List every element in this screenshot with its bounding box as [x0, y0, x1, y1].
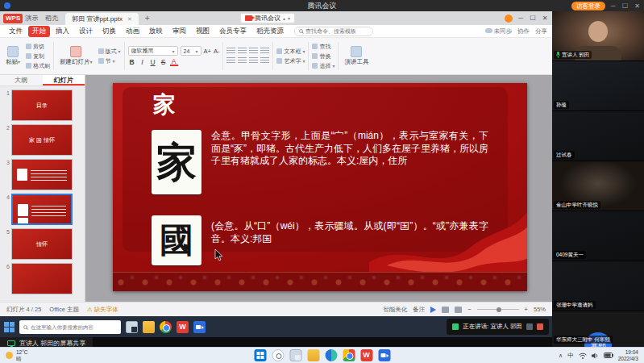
- menu-insert[interactable]: 插入: [52, 26, 73, 37]
- menu-review[interactable]: 审阅: [168, 26, 190, 37]
- copy-button[interactable]: 复制: [26, 52, 50, 60]
- beautify-button[interactable]: 智能美化: [383, 306, 407, 314]
- start-button[interactable]: [254, 349, 266, 361]
- edge-icon[interactable]: [325, 349, 337, 361]
- participant-video-presenter[interactable]: 宜讲人 郭田: [552, 11, 644, 61]
- numbered-list-icon[interactable]: [238, 48, 247, 55]
- start-button[interactable]: [4, 322, 15, 332]
- paste-button[interactable]: 粘贴▾: [3, 46, 23, 66]
- collab-button[interactable]: 协作: [517, 27, 530, 35]
- slide-text-jia[interactable]: 会意。甲骨文字形，上面是“宀”（mián），表示与室家有关，下面是“豕”，即猪。…: [211, 130, 488, 168]
- task-view-icon[interactable]: [126, 321, 138, 333]
- slide-thumbnail[interactable]: 2 家 国 情怀: [2, 124, 83, 156]
- align-left-icon[interactable]: [226, 57, 235, 65]
- presentation-tool-button[interactable]: 演讲工具: [342, 46, 371, 66]
- user-avatar[interactable]: [505, 15, 513, 23]
- wps-close-icon[interactable]: ✕: [541, 15, 549, 22]
- menu-daoke-res[interactable]: 稻壳资源: [252, 26, 288, 37]
- bullet-list-icon[interactable]: [226, 48, 235, 55]
- section-button[interactable]: 节▾: [98, 57, 121, 65]
- file-explorer-icon[interactable]: [143, 321, 155, 333]
- font-size-select[interactable]: 24▾: [181, 46, 202, 56]
- chevron-down-icon[interactable]: ▾: [288, 15, 290, 21]
- presenter-search-box[interactable]: [19, 320, 121, 334]
- new-tab-button[interactable]: +: [142, 14, 153, 23]
- menu-view[interactable]: 视图: [192, 26, 214, 37]
- speaking-indicator-bar[interactable]: 正在讲话: 宜讲人 郭田: [447, 319, 549, 335]
- indent-decrease-icon[interactable]: [249, 48, 258, 55]
- wps-taskbar-icon[interactable]: W: [177, 321, 189, 333]
- menu-slideshow[interactable]: 放映: [145, 26, 167, 37]
- tab-close-icon[interactable]: ✕: [127, 16, 132, 23]
- guest-login-button[interactable]: 访客登录: [571, 2, 605, 10]
- weather-widget[interactable]: 12°C 晴: [6, 349, 28, 361]
- camera-icon[interactable]: [526, 323, 533, 330]
- align-right-icon[interactable]: [249, 57, 258, 65]
- bold-button[interactable]: B: [128, 58, 136, 66]
- minimize-icon[interactable]: ─: [609, 2, 617, 10]
- document-tab[interactable]: 郭田 宣讲ppt.pptx ✕: [65, 13, 139, 25]
- font-warning[interactable]: ⚠ 缺失字体: [87, 306, 118, 314]
- tab-outline[interactable]: 大纲: [0, 75, 43, 86]
- meeting-taskbar-icon[interactable]: [193, 321, 206, 333]
- wps-logo[interactable]: WPS 演示: [3, 14, 38, 23]
- search-icon[interactable]: [272, 349, 284, 361]
- menu-transition[interactable]: 切换: [98, 26, 120, 37]
- sync-status[interactable]: 未同步: [485, 27, 513, 35]
- wps-minimize-icon[interactable]: ─: [517, 15, 525, 22]
- presenter-search-input[interactable]: [31, 324, 117, 330]
- notes-button[interactable]: 备注: [413, 306, 425, 314]
- menu-file[interactable]: 文件: [5, 26, 27, 37]
- meeting-taskbar-icon[interactable]: [378, 349, 390, 361]
- maximize-icon[interactable]: ☐: [621, 2, 629, 10]
- font-name-select[interactable]: 微软雅黑▾: [128, 46, 178, 56]
- chrome-icon[interactable]: [343, 349, 355, 361]
- command-search-input[interactable]: [305, 28, 368, 34]
- participant-video[interactable]: 孙璇: [552, 61, 644, 111]
- slide-thumbnail[interactable]: 5 情怀: [2, 228, 83, 260]
- align-center-icon[interactable]: [238, 57, 247, 65]
- format-painter-button[interactable]: 格式刷: [26, 62, 50, 70]
- slide-thumbnail-selected[interactable]: 4: [2, 194, 83, 225]
- font-color-button[interactable]: A: [170, 58, 178, 66]
- wps-maximize-icon[interactable]: ☐: [529, 15, 537, 22]
- underline-button[interactable]: U: [149, 58, 157, 66]
- indent-increase-icon[interactable]: [260, 48, 269, 55]
- seal-script-card-jia[interactable]: 家: [152, 130, 202, 194]
- seal-script-card-guo[interactable]: 國: [152, 215, 202, 265]
- italic-button[interactable]: I: [139, 58, 147, 66]
- slide-thumbnail[interactable]: 6: [2, 263, 83, 294]
- zoom-level[interactable]: 55%: [534, 306, 546, 313]
- current-slide[interactable]: 家 家 会意。甲骨文字形，上面是“宀”（mián），表示与室家有关，下面是“豕”…: [113, 83, 527, 291]
- line-spacing-icon[interactable]: [260, 57, 269, 65]
- participant-video[interactable]: 过试春: [552, 111, 644, 161]
- zoom-in-icon[interactable]: +: [525, 306, 528, 313]
- select-button[interactable]: 选择▾: [312, 62, 334, 70]
- tray-expand-icon[interactable]: ∧: [559, 353, 563, 359]
- slide-thumbnail[interactable]: 1 目录: [2, 90, 83, 121]
- tab-slides[interactable]: 幻灯片: [43, 75, 85, 86]
- sorter-view-icon[interactable]: [455, 307, 462, 313]
- slide-thumbnail[interactable]: 3: [2, 159, 83, 190]
- cut-button[interactable]: 剪切: [26, 43, 50, 51]
- normal-view-icon[interactable]: [442, 307, 449, 313]
- slide-title[interactable]: 家: [153, 90, 176, 120]
- close-icon[interactable]: ✕: [633, 2, 642, 10]
- menu-animation[interactable]: 动画: [122, 26, 143, 37]
- chrome-icon[interactable]: [160, 321, 172, 333]
- find-button[interactable]: 查找: [312, 43, 334, 51]
- meeting-floating-pill[interactable]: 腾讯会议 ▴ ▾: [240, 13, 295, 23]
- menu-member[interactable]: 会员专享: [215, 26, 251, 37]
- wifi-icon[interactable]: [579, 353, 587, 359]
- increase-font-button[interactable]: A+: [204, 48, 211, 55]
- strikethrough-button[interactable]: S: [160, 58, 168, 66]
- slideshow-play-icon[interactable]: [430, 307, 436, 313]
- tab-daoke[interactable]: 稻壳: [41, 14, 62, 23]
- wps-taskbar-icon[interactable]: W: [360, 349, 372, 361]
- ime-indicator[interactable]: 中: [567, 352, 574, 360]
- command-search[interactable]: [294, 27, 373, 36]
- volume-icon[interactable]: [592, 353, 599, 359]
- battery-icon[interactable]: [604, 353, 613, 358]
- participant-video[interactable]: 0409黄天一: [552, 211, 644, 261]
- stop-share-icon[interactable]: [537, 323, 543, 330]
